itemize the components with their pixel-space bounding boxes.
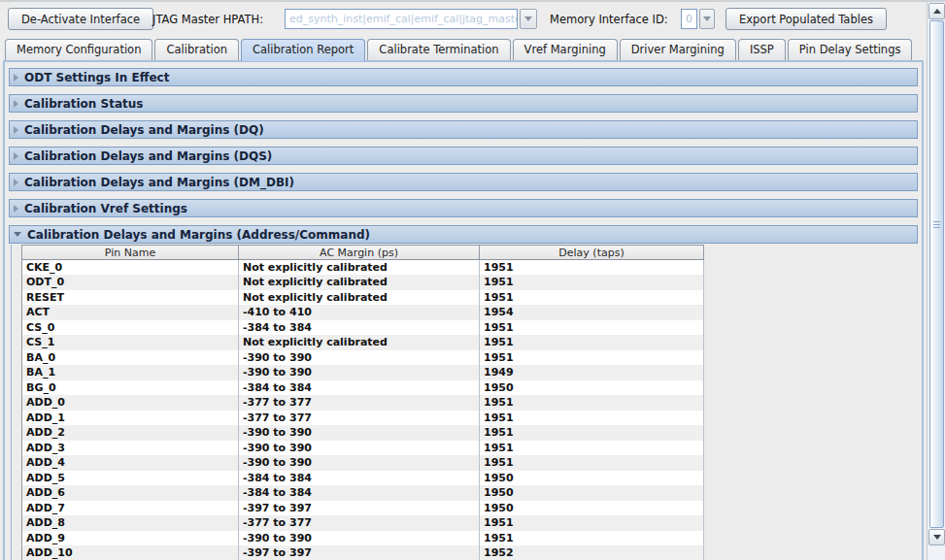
ac-margin-cell: Not explicitly calibrated (239, 260, 480, 276)
ac-margin-cell: -390 to 390 (239, 531, 480, 546)
pin-name-cell: ADD_2 (22, 425, 239, 441)
pin-name-cell: BA_1 (22, 365, 239, 380)
ac-margin-cell: -377 to 377 (239, 411, 480, 426)
table-row[interactable]: BA_0 -390 to 390 1951 (22, 350, 704, 366)
table-row[interactable]: ADD_3 -390 to 390 1951 (22, 441, 704, 456)
tab-pin-delay-settings[interactable]: Pin Delay Settings (788, 39, 913, 60)
delay-cell: 1949 (480, 365, 704, 380)
table-row[interactable]: ADD_2 -390 to 390 1951 (22, 425, 704, 441)
tab-label: Pin Delay Settings (799, 43, 901, 56)
table-row[interactable]: ADD_10 -397 to 397 1952 (22, 545, 704, 560)
section-header-calibration-vref-settings[interactable]: Calibration Vref Settings (9, 199, 918, 217)
table-row[interactable]: ADD_6 -384 to 384 1950 (22, 485, 704, 501)
table-row[interactable]: BA_1 -390 to 390 1949 (22, 365, 704, 380)
tab-vref-margining[interactable]: Vref Margining (513, 39, 618, 60)
delay-cell: 1951 (480, 260, 704, 276)
pin-name-cell: ADD_9 (22, 531, 239, 546)
pin-name-cell: ACT (22, 305, 239, 320)
ac-margin-cell: -397 to 397 (239, 501, 480, 516)
ac-margin-cell: -390 to 390 (239, 365, 480, 380)
scrollbar-grip-icon (933, 221, 940, 230)
scroll-up-button[interactable] (928, 3, 945, 19)
jtag-hpath-combobox[interactable]: ed_synth_inst|emif_cal|emif_cal|jtag_mas… (285, 9, 537, 29)
section-header-calibration-delays-and-margins-dq[interactable]: Calibration Delays and Margins (DQ) (9, 120, 918, 139)
delay-cell: 1951 (480, 515, 704, 531)
table-row[interactable]: ADD_9 -390 to 390 1951 (22, 531, 704, 546)
deactivate-interface-button[interactable]: De-Activate Interface (8, 8, 153, 30)
table-row[interactable]: ADD_7 -397 to 397 1950 (22, 501, 704, 516)
pin-name-cell: ADD_6 (22, 485, 239, 501)
collapsed-triangle-icon (14, 152, 18, 160)
delay-cell: 1951 (480, 531, 704, 546)
section-title: Calibration Delays and Margins (DQ) (24, 123, 264, 137)
section-title: Calibration Delays and Margins (DM_DBI) (24, 176, 294, 189)
pin-name-cell: ADD_10 (22, 545, 239, 560)
tab-driver-margining[interactable]: Driver Margining (620, 39, 736, 60)
section-header-calibration-delays-and-margins-dqs[interactable]: Calibration Delays and Margins (DQS) (9, 147, 918, 165)
scroll-down-button[interactable] (928, 529, 945, 545)
table-row[interactable]: ADD_4 -390 to 390 1951 (22, 455, 704, 471)
delay-cell: 1951 (480, 455, 704, 471)
pin-name-cell: ADD_7 (22, 501, 239, 516)
memory-interface-id-dropdown-button[interactable] (699, 9, 715, 29)
tab-memory-configuration[interactable]: Memory Configuration (5, 39, 152, 60)
pin-name-cell: ADD_0 (22, 395, 239, 411)
table-header-row: Pin NameAC Margin (ps)Delay (taps) (22, 246, 704, 260)
section-list: ODT Settings In Effect Calibration Statu… (5, 68, 922, 244)
pin-name-cell: ADD_3 (22, 441, 239, 456)
tab-calibration-report[interactable]: Calibration Report (241, 39, 365, 61)
pin-name-cell: ODT_0 (22, 275, 239, 290)
delay-cell: 1951 (480, 425, 704, 441)
delay-cell: 1954 (480, 305, 704, 320)
tab-label: Calibration Report (253, 43, 354, 56)
ac-margin-cell: Not explicitly calibrated (239, 290, 480, 306)
tab-calibrate-termination[interactable]: Calibrate Termination (367, 39, 510, 60)
delay-cell: 1951 (480, 350, 704, 366)
scrollbar-thumb[interactable] (929, 20, 944, 528)
vertical-scrollbar[interactable] (927, 2, 945, 560)
pin-name-cell: BA_0 (22, 350, 239, 366)
table-row[interactable]: CKE_0 Not explicitly calibrated 1951 (22, 260, 704, 276)
section-header-calibration-delays-and-margins-address-command[interactable]: Calibration Delays and Margins (Address/… (9, 225, 918, 244)
section-header-odt-settings-in-effect[interactable]: ODT Settings In Effect (9, 68, 918, 86)
table-row[interactable]: RESET Not explicitly calibrated 1951 (22, 290, 704, 306)
tab-label: Memory Configuration (17, 43, 141, 56)
table-row[interactable]: ADD_0 -377 to 377 1951 (22, 395, 704, 411)
ac-margin-cell: -390 to 390 (239, 425, 480, 441)
delay-cell: 1951 (480, 320, 704, 336)
delay-cell: 1950 (480, 380, 704, 396)
table-row[interactable]: ADD_8 -377 to 377 1951 (22, 515, 704, 531)
delay-cell: 1951 (480, 441, 704, 456)
table-row[interactable]: BG_0 -384 to 384 1950 (22, 380, 704, 396)
delay-cell: 1951 (480, 411, 704, 426)
delay-cell: 1950 (480, 471, 704, 486)
arrow-down-icon (933, 535, 941, 540)
section-header-calibration-delays-and-margins-dm-dbi[interactable]: Calibration Delays and Margins (DM_DBI) (9, 173, 918, 191)
table-row[interactable]: ACT -410 to 410 1954 (22, 305, 704, 320)
memory-interface-id-combobox[interactable]: 0 (681, 9, 715, 29)
section-title: ODT Settings In Effect (24, 71, 169, 84)
table-row[interactable]: ADD_5 -384 to 384 1950 (22, 471, 704, 486)
table-row[interactable]: CS_0 -384 to 384 1951 (22, 320, 704, 336)
calibration-report-panel: ODT Settings In Effect Calibration Statu… (3, 60, 924, 560)
export-populated-tables-button[interactable]: Export Populated Tables (726, 8, 887, 30)
table-row[interactable]: ADD_1 -377 to 377 1951 (22, 411, 704, 426)
ac-margin-cell: -384 to 384 (239, 320, 480, 336)
ac-margin-cell: -377 to 377 (239, 515, 480, 531)
section-header-calibration-status[interactable]: Calibration Status (9, 94, 918, 113)
table-row[interactable]: ODT_0 Not explicitly calibrated 1951 (22, 275, 704, 290)
delay-cell: 1951 (480, 290, 704, 306)
tab-issp[interactable]: ISSP (738, 39, 786, 60)
expanded-triangle-icon (14, 232, 21, 237)
section-content-border (11, 245, 12, 560)
pin-name-cell: BG_0 (22, 380, 239, 396)
table-row[interactable]: CS_1 Not explicitly calibrated 1951 (22, 335, 704, 350)
jtag-hpath-dropdown-button[interactable] (520, 9, 537, 29)
section-title: Calibration Delays and Margins (DQS) (24, 149, 272, 163)
tab-calibration[interactable]: Calibration (154, 39, 239, 60)
chevron-down-icon (524, 16, 532, 21)
pin-name-cell: CKE_0 (22, 260, 239, 276)
collapsed-triangle-icon (14, 205, 18, 213)
delay-cell: 1951 (480, 395, 704, 411)
arrow-up-icon (933, 9, 941, 14)
